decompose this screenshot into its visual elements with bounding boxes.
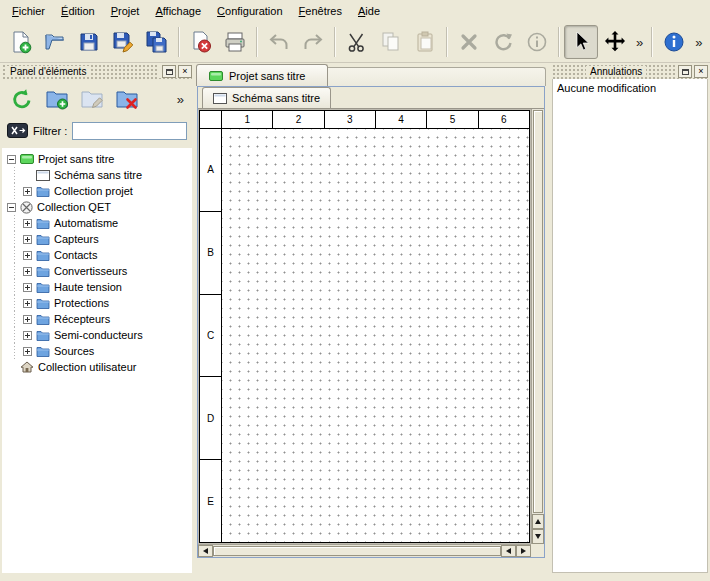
project-tab-label: Projet sans titre: [229, 70, 305, 82]
schema-tab-icon: [213, 93, 227, 104]
elements-panel-titlebar: Panel d'éléments ×: [2, 64, 192, 79]
float-panel-button[interactable]: [162, 65, 176, 78]
tree-item-project[interactable]: Projet sans titre: [2, 151, 192, 167]
tree-item-collection-projet[interactable]: Collection projet: [2, 183, 192, 199]
expand-icon[interactable]: [23, 283, 32, 292]
tree-item-label: Projet sans titre: [38, 153, 114, 165]
tree-item-label: Collection QET: [37, 201, 111, 213]
clear-filter-button[interactable]: [7, 123, 28, 140]
filter-input[interactable]: [72, 122, 187, 140]
tree-item-schema[interactable]: Schéma sans titre: [2, 167, 192, 183]
expand-icon[interactable]: [23, 331, 32, 340]
scroll-right-button[interactable]: [516, 545, 531, 557]
collapse-icon[interactable]: [7, 155, 16, 164]
menu-fichier[interactable]: Fichier: [4, 2, 53, 20]
delete-button[interactable]: [452, 25, 486, 59]
new-document-icon: [9, 30, 33, 54]
print-button[interactable]: [218, 25, 252, 59]
redo-button[interactable]: [296, 25, 330, 59]
undo-button[interactable]: [262, 25, 296, 59]
schema-tab-label: Schéma sans titre: [232, 92, 320, 104]
tree-item-contacts[interactable]: Contacts: [2, 247, 192, 263]
select-tool-button[interactable]: [564, 25, 598, 59]
tree-item-collection-qet[interactable]: Collection QET: [2, 199, 192, 215]
tree-item-protections[interactable]: Protections: [2, 295, 192, 311]
rotate-button[interactable]: [486, 25, 520, 59]
expand-icon[interactable]: [23, 235, 32, 244]
delete-x-icon: [457, 30, 481, 54]
save-button[interactable]: [72, 25, 106, 59]
diagram-sheet[interactable]: 1 2 3 4 5 6 A B C D E: [199, 110, 530, 543]
toolbar-extension-chevron[interactable]: »: [691, 35, 706, 50]
tree-item-label: Collection utilisateur: [38, 361, 136, 373]
scroll-up-button[interactable]: [532, 514, 544, 529]
menu-configuration[interactable]: Configuration: [209, 2, 290, 20]
expand-icon[interactable]: [23, 251, 32, 260]
about-button[interactable]: [657, 25, 691, 59]
element-info-button[interactable]: [520, 25, 554, 59]
expand-icon[interactable]: [23, 219, 32, 228]
tree-item-collection-utilisateur[interactable]: Collection utilisateur: [2, 359, 192, 375]
tree-item-recepteurs[interactable]: Récepteurs: [2, 311, 192, 327]
project-icon: [20, 154, 34, 164]
diagram-canvas[interactable]: [222, 129, 529, 542]
tree-item-label: Contacts: [54, 249, 97, 261]
expand-icon[interactable]: [23, 299, 32, 308]
close-panel-button[interactable]: ×: [694, 65, 708, 78]
diagram-scroll-area: 1 2 3 4 5 6 A B C D E: [198, 109, 544, 557]
scroll-down-button[interactable]: [532, 529, 544, 544]
tab-projet-sans-titre[interactable]: Projet sans titre: [196, 64, 328, 86]
menu-aide[interactable]: Aide: [350, 2, 388, 20]
open-project-button[interactable]: [38, 25, 72, 59]
toolbar-overflow-chevron[interactable]: »: [632, 35, 647, 50]
new-project-button[interactable]: [4, 25, 38, 59]
panel-toolbar-overflow-chevron[interactable]: »: [173, 92, 188, 107]
tree-item-convertisseurs[interactable]: Convertisseurs: [2, 263, 192, 279]
menu-fenetres[interactable]: Fenêtres: [291, 2, 350, 20]
horizontal-scrollbar[interactable]: [198, 544, 531, 557]
close-file-button[interactable]: [184, 25, 218, 59]
elements-panel-toolbar: »: [2, 79, 192, 119]
delete-element-button[interactable]: [111, 83, 143, 115]
float-panel-button[interactable]: [678, 65, 692, 78]
expand-icon[interactable]: [23, 315, 32, 324]
folder-icon: [36, 330, 50, 341]
tree-item-label: Récepteurs: [54, 313, 110, 325]
tree-item-capteurs[interactable]: Capteurs: [2, 231, 192, 247]
expand-icon[interactable]: [23, 187, 32, 196]
pan-tool-button[interactable]: [598, 25, 632, 59]
cursor-arrow-icon: [569, 30, 593, 54]
paste-button[interactable]: [408, 25, 442, 59]
tree-item-automatisme[interactable]: Automatisme: [2, 215, 192, 231]
edit-element-button[interactable]: [76, 83, 108, 115]
cut-button[interactable]: [340, 25, 374, 59]
project-tab-icon: [209, 71, 223, 81]
tree-item-semi-conducteurs[interactable]: Semi-conducteurs: [2, 327, 192, 343]
horizontal-scrollbar-thumb[interactable]: [213, 546, 501, 556]
close-panel-button[interactable]: ×: [178, 65, 192, 78]
expand-icon[interactable]: [23, 267, 32, 276]
copy-button[interactable]: [374, 25, 408, 59]
menu-affichage[interactable]: Affichage: [147, 2, 209, 20]
save-as-button[interactable]: [106, 25, 140, 59]
scissors-icon: [345, 30, 369, 54]
reload-collections-button[interactable]: [6, 83, 38, 115]
folder-icon: [36, 346, 50, 357]
vertical-scrollbar-thumb[interactable]: [533, 110, 543, 513]
tree-item-label: Automatisme: [54, 217, 118, 229]
expand-icon[interactable]: [23, 347, 32, 356]
menu-projet[interactable]: Projet: [103, 2, 148, 20]
float-icon: [682, 69, 689, 75]
tree-item-haute-tension[interactable]: Haute tension: [2, 279, 192, 295]
scroll-left-button-2[interactable]: [501, 545, 516, 557]
new-element-button[interactable]: [41, 83, 73, 115]
column-header: 2: [273, 111, 324, 128]
tree-item-sources[interactable]: Sources: [2, 343, 192, 359]
save-all-button[interactable]: [140, 25, 174, 59]
collapse-icon[interactable]: [7, 203, 16, 212]
toolbar-separator: [334, 27, 336, 57]
scroll-left-button[interactable]: [198, 545, 213, 557]
menu-edition[interactable]: Édition: [53, 2, 103, 20]
tab-schema-sans-titre[interactable]: Schéma sans titre: [202, 87, 331, 108]
vertical-scrollbar[interactable]: [531, 109, 544, 544]
